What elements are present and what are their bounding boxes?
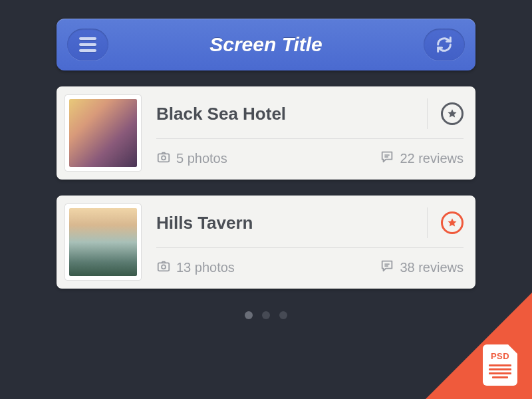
favorite-button[interactable] <box>427 98 464 129</box>
list-item[interactable]: Black Sea Hotel 5 photos <box>57 86 475 180</box>
photos-count: 13 photos <box>176 260 235 275</box>
star-icon <box>441 102 464 125</box>
refresh-icon <box>435 35 454 54</box>
app-header: Screen Title <box>57 19 475 70</box>
menu-button[interactable] <box>67 29 108 61</box>
photos-meta: 5 photos <box>156 150 227 168</box>
thumbnail <box>65 203 142 281</box>
page-dot[interactable] <box>245 311 253 319</box>
photos-meta: 13 photos <box>156 259 235 277</box>
page-dot[interactable] <box>279 311 287 319</box>
list-item[interactable]: Hills Tavern 13 photos <box>57 196 475 289</box>
card-body: Hills Tavern 13 photos <box>142 203 464 281</box>
page-dot[interactable] <box>262 311 270 319</box>
psd-label: PSD <box>491 351 509 361</box>
card-body: Black Sea Hotel 5 photos <box>142 94 464 172</box>
item-title: Black Sea Hotel <box>156 104 286 124</box>
camera-icon <box>156 259 171 277</box>
comment-icon <box>380 150 394 168</box>
psd-badge: PSD <box>483 344 517 386</box>
svg-rect-4 <box>158 263 170 271</box>
refresh-button[interactable] <box>424 29 465 61</box>
item-title: Hills Tavern <box>156 213 253 233</box>
svg-rect-0 <box>158 154 170 162</box>
svg-point-5 <box>162 265 166 269</box>
hamburger-icon <box>79 37 96 52</box>
reviews-count: 38 reviews <box>400 260 464 275</box>
thumbnail <box>65 94 142 172</box>
page-indicator <box>57 311 475 319</box>
reviews-meta: 22 reviews <box>380 150 464 168</box>
camera-icon <box>156 150 171 168</box>
photos-count: 5 photos <box>176 151 227 166</box>
reviews-count: 22 reviews <box>400 151 464 166</box>
reviews-meta: 38 reviews <box>380 259 464 277</box>
svg-point-1 <box>162 156 166 160</box>
star-icon <box>441 211 464 234</box>
favorite-button[interactable] <box>427 207 464 238</box>
screen-title: Screen Title <box>209 33 323 56</box>
comment-icon <box>380 259 394 277</box>
